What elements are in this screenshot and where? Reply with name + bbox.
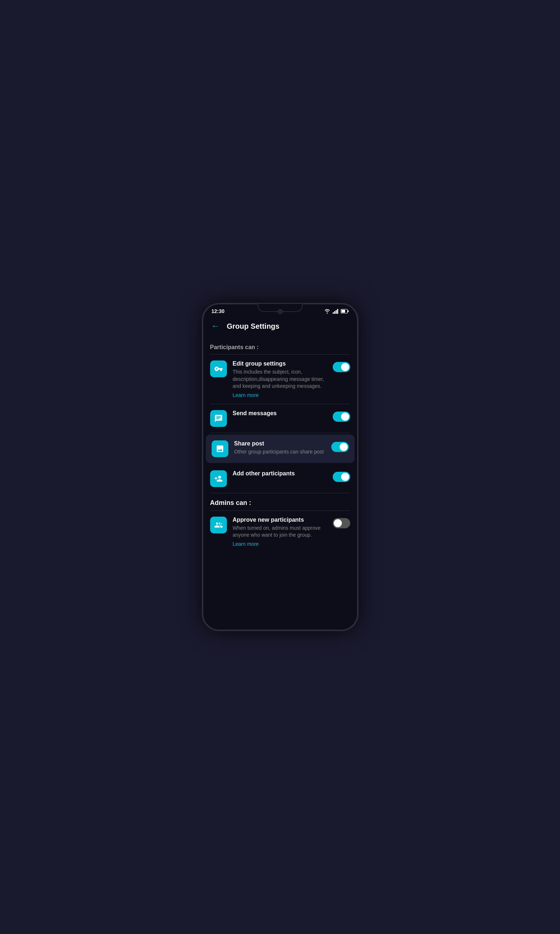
phone-frame: 12:30 ← Group Settings Parti	[202, 303, 358, 631]
setting-edit-group: Edit group settings This includes the su…	[203, 355, 357, 404]
add-participants-title: Add other participants	[233, 470, 327, 477]
approve-participants-content: Approve new participants When turned on,…	[233, 517, 327, 547]
approve-participants-toggle[interactable]	[333, 518, 350, 528]
status-time: 12:30	[212, 308, 225, 314]
svg-rect-3	[337, 309, 338, 314]
edit-group-desc: This includes the subject, icon, descrip…	[233, 368, 327, 390]
divider-3	[210, 433, 350, 433]
wifi-icon	[324, 309, 331, 314]
svg-rect-1	[334, 311, 335, 314]
share-post-title: Share post	[234, 440, 325, 447]
signal-icon	[333, 309, 338, 314]
approve-participants-desc: When turned on, admins must approve anyo…	[233, 525, 327, 539]
setting-approve-participants: Approve new participants When turned on,…	[203, 511, 357, 553]
photo-icon	[212, 440, 228, 457]
message-icon	[210, 410, 227, 427]
send-messages-title: Send messages	[233, 410, 327, 417]
status-icons	[324, 309, 349, 314]
send-messages-content: Send messages	[233, 410, 327, 418]
send-messages-toggle[interactable]	[333, 412, 350, 422]
app-header: ← Group Settings	[203, 316, 357, 338]
add-participants-toggle[interactable]	[333, 472, 350, 482]
share-post-desc: Other group participants can share post	[234, 448, 325, 456]
setting-add-participants: Add other participants	[203, 465, 357, 493]
setting-send-messages: Send messages	[203, 404, 357, 433]
battery-icon	[341, 309, 349, 313]
svg-rect-2	[335, 310, 337, 314]
add-person-icon	[210, 470, 227, 487]
edit-group-learn-more[interactable]: Learn more	[233, 392, 327, 398]
edit-group-toggle[interactable]	[333, 362, 350, 372]
edit-group-title: Edit group settings	[233, 360, 327, 367]
add-participants-content: Add other participants	[233, 470, 327, 478]
share-post-toggle[interactable]	[331, 442, 349, 452]
svg-rect-6	[348, 311, 349, 312]
approve-icon	[210, 517, 227, 533]
approve-participants-title: Approve new participants	[233, 517, 327, 523]
approve-participants-learn-more[interactable]: Learn more	[233, 541, 327, 547]
setting-share-post: Share post Other group participants can …	[206, 434, 355, 463]
back-button[interactable]: ←	[210, 320, 221, 332]
svg-point-7	[220, 522, 223, 525]
page-title: Group Settings	[227, 322, 280, 331]
edit-group-content: Edit group settings This includes the su…	[233, 360, 327, 398]
admins-section-label: Admins can :	[203, 493, 357, 511]
camera-hole	[278, 309, 283, 314]
svg-rect-5	[342, 310, 345, 313]
key-icon	[210, 360, 227, 377]
svg-rect-0	[333, 312, 334, 314]
participants-section-label: Participants can :	[203, 338, 357, 354]
share-post-content: Share post Other group participants can …	[234, 440, 325, 456]
